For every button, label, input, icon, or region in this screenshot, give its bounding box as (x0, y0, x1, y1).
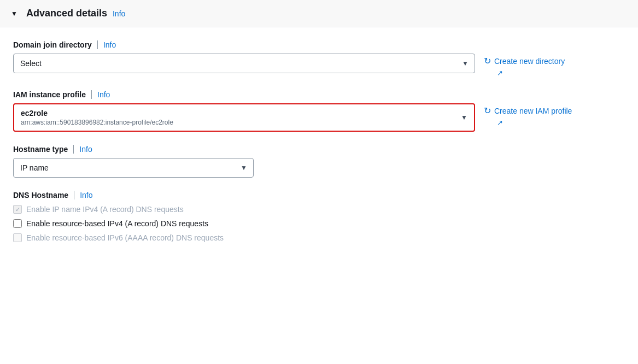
create-new-directory-link[interactable]: Create new directory (494, 57, 565, 66)
domain-join-side-actions: ↻ Create new directory ↗ (484, 54, 565, 77)
create-new-iam-link[interactable]: Create new IAM profile (494, 107, 572, 115)
dns-info-link[interactable]: Info (80, 191, 92, 199)
dns-checkbox3-row: Enable resource-based IPv6 (AAAA record)… (13, 233, 625, 242)
collapse-arrow-icon[interactable]: ▼ (11, 10, 17, 17)
iam-profile-side-actions: ↻ Create new IAM profile ↗ (484, 103, 572, 127)
iam-profile-info-link[interactable]: Info (97, 90, 110, 99)
dns-label-row: DNS Hostname Info (13, 191, 625, 199)
hostname-group: Hostname type Info IP name ▼ (13, 145, 625, 178)
dns-checkbox1-check: ✓ (15, 206, 20, 213)
section-body: Domain join directory Info Select ▼ ↻ Cr… (0, 27, 638, 261)
iam-profile-arn: arn:aws:iam::590183896982:instance-profi… (21, 119, 452, 126)
iam-profile-label-row: IAM instance profile Info (13, 90, 625, 99)
section-header: ▼ Advanced details Info (0, 0, 638, 27)
dns-label-divider (74, 191, 74, 199)
iam-profile-field-row: ec2role arn:aws:iam::590183896982:instan… (13, 103, 625, 132)
domain-join-field-row: Select ▼ ↻ Create new directory ↗ (13, 54, 625, 77)
domain-join-info-link[interactable]: Info (103, 40, 116, 49)
dns-checkbox1-row: ✓ Enable IP name IPv4 (A record) DNS req… (13, 205, 625, 214)
dns-checkbox1: ✓ (13, 205, 22, 214)
domain-join-external-icon[interactable]: ↗ (497, 69, 503, 77)
hostname-label-row: Hostname type Info (13, 145, 625, 154)
domain-join-action-row: ↻ Create new directory (484, 56, 565, 66)
iam-profile-select[interactable]: ec2role arn:aws:iam::590183896982:instan… (13, 103, 475, 132)
iam-profile-action-row: ↻ Create new IAM profile (484, 105, 572, 116)
hostname-field-row: IP name ▼ (13, 158, 625, 178)
dns-label: DNS Hostname (13, 191, 68, 199)
hostname-label: Hostname type (13, 145, 68, 154)
dns-checkbox3 (13, 233, 22, 242)
label-divider (97, 40, 98, 49)
iam-label-divider (91, 90, 92, 99)
domain-join-select-wrapper: Select ▼ (13, 54, 475, 73)
dns-checkbox2-label: Enable resource-based IPv4 (A record) DN… (26, 219, 208, 228)
iam-profile-external-icon[interactable]: ↗ (497, 119, 503, 127)
dns-section: DNS Hostname Info ✓ Enable IP name IPv4 … (13, 191, 625, 242)
section-info-link[interactable]: Info (113, 9, 125, 18)
iam-profile-value: ec2role (21, 109, 452, 118)
dns-checkbox1-label: Enable IP name IPv4 (A record) DNS reque… (26, 205, 184, 214)
domain-join-group: Domain join directory Info Select ▼ ↻ Cr… (13, 40, 625, 77)
dns-checkbox3-label: Enable resource-based IPv6 (AAAA record)… (26, 233, 224, 242)
domain-join-refresh-icon[interactable]: ↻ (484, 56, 491, 66)
iam-profile-dropdown-icon: ▼ (461, 114, 467, 121)
domain-join-select[interactable]: Select (13, 54, 475, 73)
hostname-select[interactable]: IP name (13, 158, 254, 178)
domain-join-label: Domain join directory (13, 40, 92, 49)
page-container: ▼ Advanced details Info Domain join dire… (0, 0, 638, 364)
dns-checkbox2[interactable] (13, 219, 22, 228)
iam-profile-refresh-icon[interactable]: ↻ (484, 105, 491, 116)
domain-join-label-row: Domain join directory Info (13, 40, 625, 49)
hostname-select-wrapper: IP name ▼ (13, 158, 254, 178)
iam-profile-group: IAM instance profile Info ec2role arn:aw… (13, 90, 625, 132)
dns-checkbox2-row: Enable resource-based IPv4 (A record) DN… (13, 219, 625, 228)
hostname-info-link[interactable]: Info (79, 145, 92, 154)
iam-profile-label: IAM instance profile (13, 90, 86, 99)
hostname-label-divider (73, 145, 74, 154)
section-title: Advanced details (26, 8, 107, 19)
